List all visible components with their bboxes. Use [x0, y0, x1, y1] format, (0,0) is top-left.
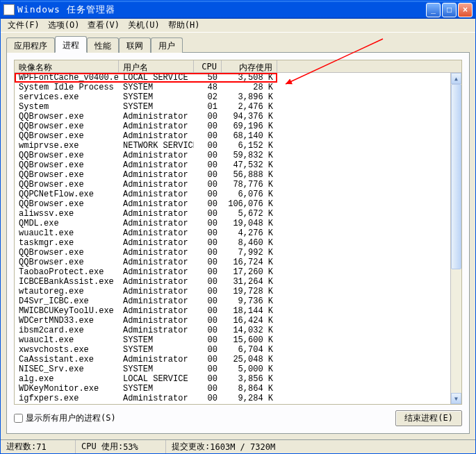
scroll-track[interactable] [451, 84, 461, 393]
cell-mem: 19,048 K [222, 219, 277, 228]
cell-user: Administrator [119, 180, 194, 190]
tab-processes[interactable]: 进程 [55, 36, 87, 53]
cell-cpu: 00 [194, 277, 222, 287]
cell-image-name: wuauclt.exe [15, 228, 119, 238]
process-row[interactable]: QQBrowser.exeAdministrator007,992 K [15, 248, 450, 258]
menubar: 文件(F) 选项(O) 查看(V) 关机(U) 帮助(H) [1, 19, 475, 33]
tab-performance[interactable]: 性能 [87, 37, 119, 53]
process-row[interactable]: xwsvchosts.exeSYSTEM006,704 K [15, 345, 450, 355]
process-row[interactable]: SystemSYSTEM012,476 K [15, 102, 450, 112]
vertical-scrollbar[interactable]: ▲ ▼ [450, 73, 461, 404]
list-header: 映像名称 用户名 CPU 内存使用 [15, 60, 461, 73]
cell-mem: 16,724 K [222, 258, 277, 267]
scroll-up-button[interactable]: ▲ [451, 73, 461, 84]
process-row[interactable]: alg.exeLOCAL SERVICE003,856 K [15, 374, 450, 384]
cell-mem: 5,672 K [222, 209, 277, 219]
cell-cpu: 00 [194, 248, 222, 258]
col-user-name[interactable]: 用户名 [119, 60, 194, 72]
cell-image-name: wtautoreg.exe [15, 287, 119, 296]
process-row[interactable]: WPFFontCache_v0400.exeLOCAL SERVICE503,5… [15, 73, 450, 83]
menu-shutdown[interactable]: 关机(U) [124, 18, 164, 33]
minimize-button[interactable]: _ [426, 3, 441, 17]
process-row[interactable]: QQBrowser.exeAdministrator0016,724 K [15, 258, 450, 267]
process-row[interactable]: NISEC_Srv.exeSYSTEM005,000 K [15, 364, 450, 374]
process-row[interactable]: taskmgr.exeAdministrator008,460 K [15, 238, 450, 248]
cell-user: Administrator [119, 190, 194, 199]
show-all-users-wrap[interactable]: 显示所有用户的进程(S) [14, 412, 116, 424]
process-row[interactable]: hkcmd.exeAdministrator0044,312 K [15, 403, 450, 404]
process-row[interactable]: ICBCEBankAssist.exeAdministrator0031,264… [15, 277, 450, 287]
cell-user: Administrator [119, 394, 194, 403]
cell-image-name: hkcmd.exe [15, 403, 119, 404]
col-cpu[interactable]: CPU [194, 60, 222, 72]
list-body[interactable]: WPFFontCache_v0400.exeLOCAL SERVICE503,5… [15, 73, 450, 404]
process-row[interactable]: QQBrowser.exeAdministrator0056,888 K [15, 170, 450, 180]
cell-mem: 4,276 K [222, 228, 277, 238]
process-row[interactable]: QQBrowser.exeAdministrator0047,532 K [15, 160, 450, 170]
cell-image-name: QQBrowser.exe [15, 112, 119, 121]
process-row[interactable]: QQPCNetFlow.exeAdministrator006,076 K [15, 190, 450, 199]
cell-cpu: 00 [194, 364, 222, 374]
tab-applications[interactable]: 应用程序 [6, 37, 55, 53]
menu-view[interactable]: 查看(V) [83, 18, 124, 33]
process-row[interactable]: QQBrowser.exeAdministrator0068,140 K [15, 131, 450, 141]
process-row[interactable]: aliwssv.exeAdministrator005,672 K [15, 209, 450, 219]
close-button[interactable]: × [458, 3, 473, 17]
process-row[interactable]: CaAssistant.exeAdministrator0025,048 K [15, 355, 450, 364]
process-list: 映像名称 用户名 CPU 内存使用 WPFFontCache_v0400.exe… [14, 60, 462, 405]
process-row[interactable]: QMDL.exeAdministrator0019,048 K [15, 219, 450, 228]
col-image-name[interactable]: 映像名称 [15, 60, 119, 72]
cell-user: SYSTEM [119, 102, 194, 112]
process-row[interactable]: WDKeyMonitor.exeSYSTEM008,864 K [15, 384, 450, 394]
cell-image-name: QQBrowser.exe [15, 248, 119, 258]
titlebar[interactable]: Windows 任务管理器 _ □ × [1, 1, 475, 19]
menu-help[interactable]: 帮助(H) [164, 18, 204, 33]
scroll-down-button[interactable]: ▼ [451, 393, 461, 404]
cell-mem: 31,264 K [222, 277, 277, 287]
show-all-users-checkbox[interactable] [14, 414, 23, 423]
cell-user: Administrator [119, 228, 194, 238]
cell-image-name: services.exe [15, 92, 119, 102]
process-row[interactable]: wmiprvse.exeNETWORK SERVICE006,152 K [15, 141, 450, 151]
process-row[interactable]: igfxpers.exeAdministrator009,284 K [15, 394, 450, 403]
process-row[interactable]: wuauclt.exeSYSTEM0015,600 K [15, 335, 450, 345]
cell-user: Administrator [119, 209, 194, 219]
process-row[interactable]: QQBrowser.exeAdministrator0094,376 K [15, 112, 450, 121]
menu-options[interactable]: 选项(O) [44, 18, 84, 33]
cell-mem: 25,048 K [222, 355, 277, 364]
process-row[interactable]: QQBrowser.exeAdministrator0069,196 K [15, 121, 450, 131]
process-row[interactable]: D4Svr_ICBC.exeAdministrator009,736 K [15, 296, 450, 306]
cell-user: Administrator [119, 355, 194, 364]
process-row[interactable]: wuauclt.exeAdministrator004,276 K [15, 228, 450, 238]
menu-file[interactable]: 文件(F) [3, 18, 44, 33]
process-row[interactable]: QQBrowser.exeAdministrator0078,776 K [15, 180, 450, 190]
cell-user: Administrator [119, 326, 194, 335]
end-process-button[interactable]: 结束进程(E) [395, 410, 462, 426]
process-row[interactable]: WDCertMND33.exeAdministrator0016,424 K [15, 316, 450, 326]
tab-networking[interactable]: 联网 [119, 37, 151, 53]
status-process-count: 进程数: 71 [1, 440, 76, 453]
maximize-button[interactable]: □ [442, 3, 457, 17]
content-area: 应用程序 进程 性能 联网 用户 映像名称 用户名 CPU 内存使用 WPFFo… [1, 33, 475, 439]
cell-mem: 7,992 K [222, 248, 277, 258]
statusbar: 进程数: 71 CPU 使用: 53% 提交更改: 1603M / 7320M [1, 439, 475, 453]
cell-image-name: wmiprvse.exe [15, 141, 119, 151]
tab-users[interactable]: 用户 [151, 37, 183, 53]
cell-image-name: System [15, 102, 119, 112]
process-row[interactable]: ibsm2card.exeAdministrator0014,032 K [15, 326, 450, 335]
process-row[interactable]: QQBrowser.exeAdministrator00106,076 K [15, 199, 450, 209]
process-row[interactable]: QQBrowser.exeAdministrator0059,832 K [15, 151, 450, 160]
cell-mem: 44,312 K [222, 403, 277, 404]
cell-image-name: xwsvchosts.exe [15, 345, 119, 355]
cell-cpu: 50 [194, 73, 222, 83]
cell-user: Administrator [119, 121, 194, 131]
process-row[interactable]: MWICBCUKeyToolU.exeAdministrator0018,144… [15, 306, 450, 316]
process-row[interactable]: services.exeSYSTEM023,896 K [15, 92, 450, 102]
process-row[interactable]: TaobaoProtect.exeAdministrator0017,260 K [15, 267, 450, 277]
process-row[interactable]: System Idle ProcessSYSTEM4828 K [15, 83, 450, 92]
scroll-thumb[interactable] [451, 84, 461, 269]
process-row[interactable]: wtautoreg.exeAdministrator0019,728 K [15, 287, 450, 296]
cell-user: Administrator [119, 403, 194, 404]
col-memory[interactable]: 内存使用 [222, 60, 277, 72]
cell-cpu: 00 [194, 267, 222, 277]
